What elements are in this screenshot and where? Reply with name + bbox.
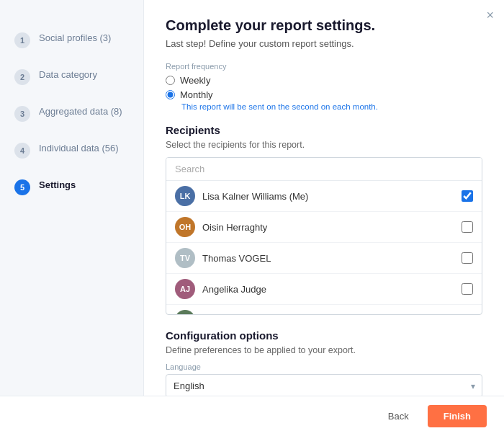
recipient-checkbox[interactable] <box>462 283 473 295</box>
list-item: AJ Angelika Judge <box>166 274 482 305</box>
avatar: AJ <box>175 279 195 299</box>
close-button[interactable]: × <box>486 9 494 22</box>
step-number-3: 3 <box>14 106 30 122</box>
sidebar-label-settings: Settings <box>39 179 76 192</box>
list-item: LK Lisa Kalner Williams (Me) <box>166 181 482 212</box>
page-subtitle: Last step! Define your custom report set… <box>166 38 482 49</box>
step-number-5: 5 <box>14 179 30 195</box>
radio-monthly-label: Monthly <box>180 89 213 100</box>
recipient-checkbox[interactable] <box>462 221 473 233</box>
report-frequency-group: Report frequency Weekly Monthly This rep… <box>166 62 482 111</box>
radio-weekly-label: Weekly <box>180 75 210 86</box>
recipient-name: Oisin Herraghty <box>202 222 454 233</box>
radio-monthly[interactable]: Monthly <box>166 89 482 100</box>
recipient-name: Lisa Kalner Williams (Me) <box>202 191 454 202</box>
step-number-1: 1 <box>14 32 30 48</box>
step-number-2: 2 <box>14 69 30 85</box>
search-input[interactable] <box>166 158 482 181</box>
sidebar-item-data-category[interactable]: 2 Data category <box>0 58 143 95</box>
avatar: CZ <box>175 310 195 314</box>
avatar: OH <box>175 217 195 237</box>
main-content: × Complete your report settings. Last st… <box>144 0 504 436</box>
avatar: TV <box>175 248 195 268</box>
recipients-list: LK Lisa Kalner Williams (Me) OH Oisin He… <box>166 181 482 314</box>
radio-weekly[interactable]: Weekly <box>166 75 482 86</box>
footer: Back Finish <box>0 396 504 436</box>
list-item: OH Oisin Herraghty <box>166 212 482 243</box>
recipient-checkbox[interactable] <box>462 190 473 202</box>
sidebar-label-individual-data: Individual data (56) <box>39 142 119 155</box>
sidebar-item-individual-data[interactable]: 4 Individual data (56) <box>0 132 143 169</box>
language-label: Language <box>166 362 482 371</box>
recipients-heading: Recipients <box>166 124 482 136</box>
sidebar-label-social-profiles: Social profiles (3) <box>39 32 111 45</box>
list-item: CZ Curt Z <box>166 305 482 314</box>
list-item: TV Thomas VOGEL <box>166 243 482 274</box>
recipient-name: Thomas VOGEL <box>202 253 454 264</box>
sidebar-label-aggregated-data: Aggregated data (8) <box>39 105 122 118</box>
step-number-4: 4 <box>14 143 30 159</box>
sidebar-item-social-profiles[interactable]: 1 Social profiles (3) <box>0 22 143 58</box>
sidebar: 1 Social profiles (3) 2 Data category 3 … <box>0 0 144 436</box>
recipient-name: Angelika Judge <box>202 284 454 295</box>
avatar: LK <box>175 186 195 206</box>
radio-monthly-input[interactable] <box>166 90 175 99</box>
recipients-container: LK Lisa Kalner Williams (Me) OH Oisin He… <box>166 157 482 315</box>
language-select-wrapper: English French German Spanish ▾ <box>166 374 482 398</box>
sidebar-item-settings[interactable]: 5 Settings <box>0 169 143 205</box>
recipient-search-box[interactable] <box>166 158 482 181</box>
language-select[interactable]: English French German Spanish <box>166 374 482 398</box>
page-title: Complete your report settings. <box>166 17 482 34</box>
recipient-checkbox[interactable] <box>462 252 473 264</box>
config-desc: Define preferences to be applied to your… <box>166 345 482 355</box>
language-section: Language English French German Spanish ▾ <box>166 362 482 398</box>
sidebar-item-aggregated-data[interactable]: 3 Aggregated data (8) <box>0 95 143 132</box>
back-button[interactable]: Back <box>378 405 419 427</box>
config-heading: Configuration options <box>166 329 482 342</box>
finish-button[interactable]: Finish <box>428 405 487 427</box>
radio-weekly-input[interactable] <box>166 76 175 85</box>
recipients-desc: Select the recipients for this report. <box>166 140 482 150</box>
frequency-label: Report frequency <box>166 62 482 71</box>
sidebar-label-data-category: Data category <box>39 68 97 81</box>
frequency-hint: This report will be sent on the second o… <box>181 102 482 111</box>
